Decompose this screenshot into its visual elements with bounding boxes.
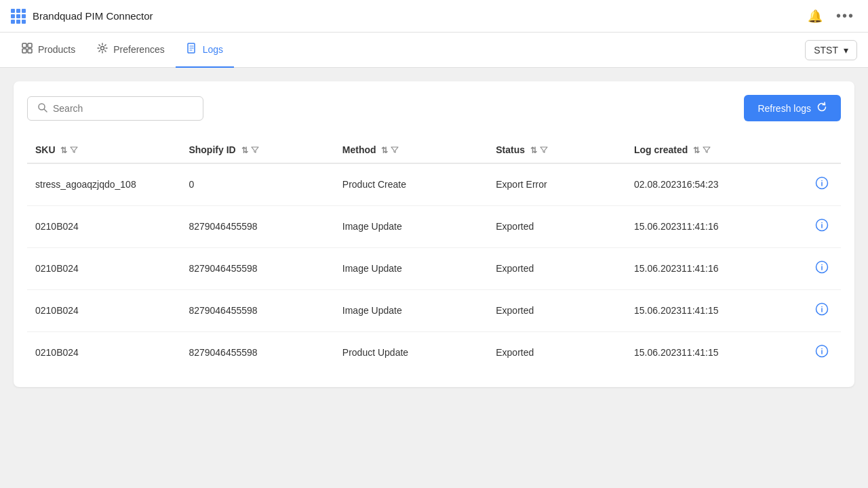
cell-method: Product Update	[334, 331, 488, 373]
status-filter-icon[interactable]	[540, 146, 548, 156]
tab-products[interactable]: Products	[11, 33, 86, 68]
store-select-button[interactable]: STST ▾	[805, 40, 857, 60]
svg-point-4	[101, 47, 104, 50]
cell-info-action	[802, 331, 841, 373]
cell-info-action	[802, 205, 841, 247]
table-row: 0210B024 8279046455598 Image Update Expo…	[27, 247, 841, 289]
cell-method: Image Update	[334, 205, 488, 247]
cell-status: Export Error	[488, 163, 626, 206]
table-row: 0210B024 8279046455598 Image Update Expo…	[27, 289, 841, 331]
refresh-icon	[816, 102, 827, 115]
refresh-logs-label: Refresh logs	[757, 103, 811, 114]
preferences-icon	[97, 43, 108, 56]
nav-tabs: Products Preferences Logs STST ▾	[0, 33, 868, 68]
sku-sort-icon[interactable]: ⇅	[60, 146, 67, 155]
svg-rect-2	[22, 49, 26, 53]
status-col-actions: ⇅	[530, 146, 548, 156]
col-header-log-created: Log created ⇅	[626, 138, 802, 163]
app-logo: Brandquad PIM Connector	[11, 9, 153, 24]
cell-status: Exported	[488, 247, 626, 289]
cell-method: Image Update	[334, 289, 488, 331]
cell-info-action	[802, 247, 841, 289]
info-icon[interactable]	[815, 305, 829, 319]
cell-log-created: 15.06.202311:41:16	[626, 205, 802, 247]
cell-shopify-id: 0	[180, 163, 334, 206]
store-selector: STST ▾	[805, 40, 857, 60]
toolbar: Refresh logs	[27, 95, 841, 121]
shopify-filter-icon[interactable]	[251, 146, 259, 156]
cell-status: Exported	[488, 205, 626, 247]
table-header: SKU ⇅ Shopify ID ⇅	[27, 138, 841, 163]
logs-card: Refresh logs SKU ⇅	[14, 81, 854, 387]
cell-method: Image Update	[334, 247, 488, 289]
more-button[interactable]: •••	[833, 5, 857, 26]
sku-filter-icon[interactable]	[70, 146, 78, 156]
col-header-method: Method ⇅	[334, 138, 488, 163]
info-icon[interactable]	[815, 347, 829, 361]
log-sort-icon[interactable]: ⇅	[693, 146, 700, 155]
svg-rect-3	[28, 49, 32, 53]
method-col-actions: ⇅	[381, 146, 399, 156]
bell-icon: 🔔	[808, 9, 823, 24]
info-icon[interactable]	[815, 179, 829, 192]
svg-rect-1	[28, 43, 32, 47]
table-row: 0210B024 8279046455598 Image Update Expo…	[27, 205, 841, 247]
table-row: 0210B024 8279046455598 Product Update Ex…	[27, 331, 841, 373]
logs-icon	[186, 43, 197, 56]
content-area: Refresh logs SKU ⇅	[0, 68, 868, 488]
search-box[interactable]	[27, 96, 203, 121]
svg-point-16	[821, 222, 823, 223]
tab-products-label: Products	[38, 44, 75, 55]
tab-logs[interactable]: Logs	[176, 33, 234, 68]
app-bar: Brandquad PIM Connector 🔔 •••	[0, 0, 868, 33]
app-bar-actions: 🔔 •••	[805, 5, 857, 26]
products-icon	[22, 43, 33, 56]
table-body: stress_agoaqzjqdo_108 0 Product Create E…	[27, 163, 841, 373]
info-icon[interactable]	[815, 221, 829, 235]
log-filter-icon[interactable]	[703, 146, 711, 156]
cell-shopify-id: 8279046455598	[180, 289, 334, 331]
svg-line-10	[44, 109, 47, 112]
svg-point-19	[821, 264, 823, 265]
cell-shopify-id: 8279046455598	[180, 331, 334, 373]
table-row: stress_agoaqzjqdo_108 0 Product Create E…	[27, 163, 841, 206]
cell-sku: stress_agoaqzjqdo_108	[27, 163, 180, 206]
tab-preferences[interactable]: Preferences	[86, 33, 175, 68]
app-title: Brandquad PIM Connector	[33, 10, 153, 22]
shopify-sort-icon[interactable]: ⇅	[241, 146, 248, 155]
method-sort-icon[interactable]: ⇅	[381, 146, 388, 155]
shopify-col-actions: ⇅	[241, 146, 259, 156]
cell-status: Exported	[488, 289, 626, 331]
cell-sku: 0210B024	[27, 331, 180, 373]
more-icon: •••	[836, 8, 854, 24]
cell-log-created: 15.06.202311:41:15	[626, 331, 802, 373]
svg-rect-0	[22, 43, 26, 47]
bell-button[interactable]: 🔔	[805, 6, 825, 26]
cell-log-created: 15.06.202311:41:15	[626, 289, 802, 331]
cell-info-action	[802, 289, 841, 331]
log-col-actions: ⇅	[693, 146, 711, 156]
search-icon	[37, 102, 47, 115]
tab-logs-label: Logs	[203, 44, 223, 55]
method-filter-icon[interactable]	[391, 146, 399, 156]
tab-preferences-label: Preferences	[113, 44, 164, 55]
svg-point-25	[821, 348, 823, 349]
refresh-logs-button[interactable]: Refresh logs	[744, 95, 841, 121]
col-header-status: Status ⇅	[488, 138, 626, 163]
col-header-action	[802, 138, 841, 163]
cell-log-created: 02.08.202316:54:23	[626, 163, 802, 206]
info-icon[interactable]	[815, 263, 829, 277]
grid-icon	[11, 9, 26, 24]
logs-table: SKU ⇅ Shopify ID ⇅	[27, 138, 841, 373]
cell-sku: 0210B024	[27, 289, 180, 331]
col-header-sku: SKU ⇅	[27, 138, 180, 163]
svg-point-22	[821, 306, 823, 307]
svg-point-13	[821, 180, 823, 181]
search-input[interactable]	[53, 103, 193, 114]
cell-log-created: 15.06.202311:41:16	[626, 247, 802, 289]
cell-shopify-id: 8279046455598	[180, 247, 334, 289]
status-sort-icon[interactable]: ⇅	[530, 146, 537, 155]
cell-sku: 0210B024	[27, 205, 180, 247]
chevron-down-icon: ▾	[844, 45, 848, 56]
cell-info-action	[802, 163, 841, 206]
